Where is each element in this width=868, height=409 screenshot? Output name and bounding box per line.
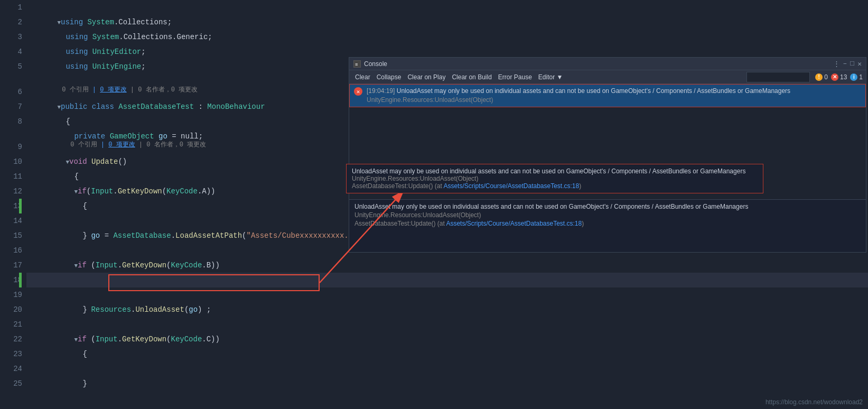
info-badge: i 1 xyxy=(850,73,863,81)
code-line-25 xyxy=(26,376,868,391)
collapse-button[interactable]: Collapse xyxy=(374,72,404,82)
detail-link[interactable]: Assets/Scripts/Course/AssetDatabaseTest.… xyxy=(446,220,582,227)
console-panel: ≡ Console ⋮ – □ ✕ Clear Collapse Clear o… xyxy=(349,57,866,253)
code-line-19: } xyxy=(26,287,868,302)
editor-dropdown-icon: ▼ xyxy=(557,73,563,81)
detail-line3-pre: AssetDatabaseTest:Update() (at xyxy=(354,220,446,227)
log-entry-1[interactable]: ✕ [19:04:19] UnloadAsset may only be use… xyxy=(349,84,866,107)
error-popup-link[interactable]: Assets/Scripts/Course/AssetDatabaseTest.… xyxy=(443,182,579,190)
console-badges: ! 0 ✕ 13 i 1 xyxy=(815,73,863,81)
editor-label: Editor xyxy=(538,73,555,81)
log-secondary-text: UnityEngine.Resources:UnloadAsset(Object… xyxy=(367,96,790,105)
error-pause-button[interactable]: Error Pause xyxy=(496,72,535,82)
warn-icon: ! xyxy=(815,73,823,81)
error-popup: UnloadAsset may only be used on individu… xyxy=(346,164,763,193)
clear-on-play-button[interactable]: Clear on Play xyxy=(405,72,448,82)
clear-button[interactable]: Clear xyxy=(352,72,373,82)
console-toolbar: Clear Collapse Clear on Play Clear on Bu… xyxy=(349,70,866,84)
error-badge: ✕ 13 xyxy=(831,73,847,81)
log-error-icon: ✕ xyxy=(354,87,362,96)
warn-badge: ! 0 xyxy=(815,73,828,81)
info-icon: i xyxy=(850,73,857,81)
error-popup-line3: AssetDatabaseTest:Update() (at Assets/Sc… xyxy=(352,182,758,190)
console-detail: UnloadAsset may only be used on individu… xyxy=(349,199,866,252)
detail-line2: UnityEngine.Resources:UnloadAsset(Object… xyxy=(354,211,861,219)
code-line-1: ▼using System.Collections; xyxy=(26,0,868,15)
console-search-input[interactable] xyxy=(746,72,810,82)
console-titlebar: ≡ Console ⋮ – □ ✕ xyxy=(349,58,866,70)
editor-dropdown-button[interactable]: Editor ▼ xyxy=(536,72,566,82)
console-title: Console xyxy=(364,60,387,68)
info-count: 1 xyxy=(859,73,863,81)
console-icon: ≡ xyxy=(353,60,361,68)
error-count: 13 xyxy=(840,73,847,81)
error-icon: ✕ xyxy=(831,73,838,81)
log-message: [19:04:19] UnloadAsset may only be used … xyxy=(367,87,790,105)
error-popup-line1: UnloadAsset may only be used on individu… xyxy=(352,168,758,175)
console-more-btn[interactable]: ⋮ xyxy=(833,60,840,68)
console-maximize-btn[interactable]: □ xyxy=(850,60,854,68)
warn-count: 0 xyxy=(824,73,828,81)
code-line-18: Resources.UnloadAsset(go) ; xyxy=(26,273,868,287)
green-marker-18 xyxy=(19,273,22,287)
green-marker-13 xyxy=(19,199,22,213)
console-minimize-btn[interactable]: – xyxy=(843,60,847,68)
log-text-main: [19:04:19] UnloadAsset may only be used … xyxy=(367,87,790,96)
console-close-btn[interactable]: ✕ xyxy=(857,60,862,68)
error-popup-line2: UnityEngine.Resources:UnloadAsset(Object… xyxy=(352,175,758,182)
svg-text:≡: ≡ xyxy=(355,62,358,67)
clear-on-build-button[interactable]: Clear on Build xyxy=(449,72,494,82)
code-line-21: ▼if (Input.GetKeyDown(KeyCode.C)) xyxy=(26,317,868,332)
code-line-24: } xyxy=(26,361,868,376)
log-time: [19:04:19] xyxy=(367,87,397,95)
code-line-23 xyxy=(26,347,868,361)
detail-line3: AssetDatabaseTest:Update() (at Assets/Sc… xyxy=(354,220,861,227)
detail-line1: UnloadAsset may only be used on individu… xyxy=(354,203,861,210)
url-bottom: https://blog.csdn.net/wodownload2 xyxy=(766,398,863,406)
log-message-text: UnloadAsset may only be used on individu… xyxy=(397,87,790,95)
line-numbers: 1 2 3 4 5 6 7 8 9 10 11 12 13 14 15 16 1… xyxy=(0,0,26,409)
